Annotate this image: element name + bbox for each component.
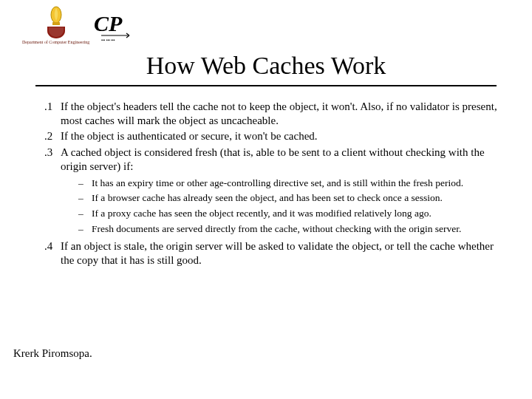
author-name: Krerk Piromsopa. xyxy=(13,347,92,360)
svg-text:••• ••• •••: ••• ••• ••• xyxy=(101,38,115,42)
item-number: .2 xyxy=(44,129,61,143)
sub-item: – It has an expiry time or other age-con… xyxy=(78,177,502,190)
item-text: If the object is authenticated or secure… xyxy=(61,129,502,143)
dept-logo: Department of Computer Engineering xyxy=(22,6,89,44)
item-text: If an object is stale, the origin server… xyxy=(61,239,502,267)
sub-item-text: It has an expiry time or other age-contr… xyxy=(92,177,502,190)
slide-body: .1 If the object's headers tell the cach… xyxy=(44,100,502,270)
svg-rect-1 xyxy=(52,22,60,25)
sub-item: – If a proxy cache has seen the object r… xyxy=(78,207,502,220)
dept-caption: Department of Computer Engineering xyxy=(22,40,89,44)
dash-bullet: – xyxy=(78,191,92,205)
item-number: .1 xyxy=(44,100,61,128)
title-underline xyxy=(35,85,497,86)
list-item: .2 If the object is authenticated or sec… xyxy=(44,129,502,143)
sub-item-text: Fresh documents are served directly from… xyxy=(92,222,502,236)
slide-title: How Web Caches Work xyxy=(0,52,532,80)
cp-logo-icon: CP ••• ••• ••• xyxy=(94,9,137,44)
sublist: – It has an expiry time or other age-con… xyxy=(78,177,502,235)
item-number: .3 xyxy=(44,146,61,174)
dash-bullet: – xyxy=(78,207,92,220)
svg-text:CP: CP xyxy=(94,11,123,35)
flame-shield-icon xyxy=(43,6,69,38)
header-logos: Department of Computer Engineering CP ••… xyxy=(22,6,137,44)
list-item: .4 If an object is stale, the origin ser… xyxy=(44,239,502,267)
item-text: If the object's headers tell the cache n… xyxy=(61,100,502,128)
dash-bullet: – xyxy=(78,222,92,236)
sub-item: – Fresh documents are served directly fr… xyxy=(78,222,502,236)
item-number: .4 xyxy=(44,239,61,267)
sub-item-text: If a proxy cache has seen the object rec… xyxy=(92,207,502,220)
item-text: A cached object is considered fresh (tha… xyxy=(61,146,502,174)
list-item: .1 If the object's headers tell the cach… xyxy=(44,100,502,128)
dash-bullet: – xyxy=(78,177,92,190)
sub-item: – If a browser cache has already seen th… xyxy=(78,191,502,205)
list-item: .3 A cached object is considered fresh (… xyxy=(44,146,502,174)
sub-item-text: If a browser cache has already seen the … xyxy=(92,191,502,205)
